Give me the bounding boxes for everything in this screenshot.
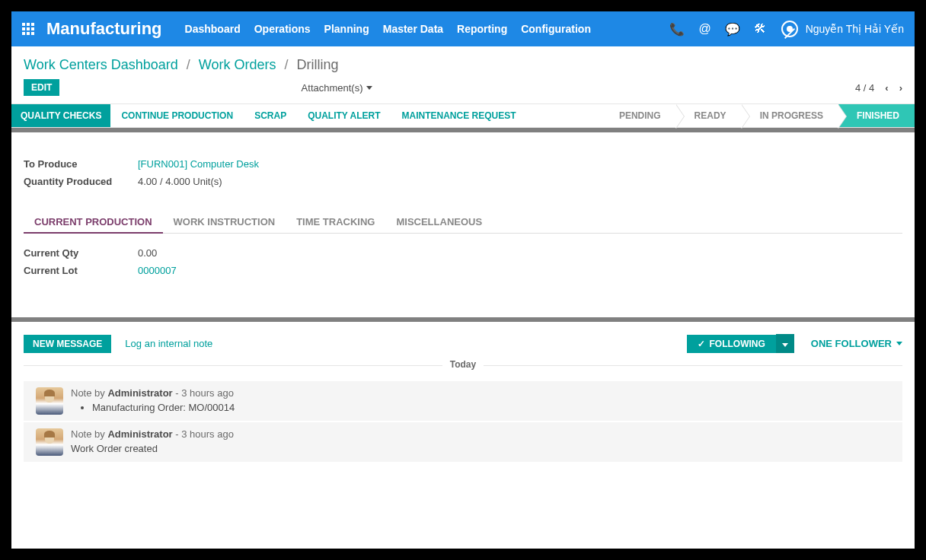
msg-time: - 3 hours ago (173, 428, 234, 440)
avatar-icon (36, 428, 63, 456)
status-finished[interactable]: FINISHED (838, 104, 915, 127)
chat-message: Note by Administrator - 3 hours ago Work… (24, 422, 902, 462)
status-pending[interactable]: PENDING (601, 104, 676, 127)
chatter: NEW MESSAGE Log an internal note ✓ FOLLO… (11, 322, 915, 463)
user-menu[interactable]: Nguyễn Thị Hải Yến (781, 21, 904, 37)
chat-message: Note by Administrator - 3 hours ago Manu… (24, 381, 902, 421)
at-icon[interactable]: @ (698, 22, 710, 36)
caret-down-icon (782, 343, 788, 347)
to-produce-value[interactable]: [FURN001] Computer Desk (138, 158, 259, 170)
quality-alert-button[interactable]: QUALITY ALERT (297, 104, 391, 127)
tools-icon[interactable]: 🛠 (754, 22, 766, 36)
tab-work-instruction[interactable]: WORK INSTRUCTION (163, 212, 286, 233)
new-message-button[interactable]: NEW MESSAGE (24, 335, 111, 353)
main-menu: Dashboard Operations Planning Master Dat… (185, 23, 591, 35)
chat-icon[interactable]: 💬 (725, 22, 740, 37)
breadcrumb-workorders[interactable]: Work Orders (199, 57, 276, 72)
current-lot-value[interactable]: 0000007 (138, 265, 177, 276)
apps-grid-icon[interactable] (22, 23, 34, 35)
avatar-icon (36, 387, 63, 415)
status-chain: PENDING READY IN PROGRESS FINISHED (601, 104, 915, 127)
quality-checks-button[interactable]: QUALITY CHECKS (11, 104, 110, 127)
to-produce-label: To Produce (24, 158, 138, 170)
caret-down-icon (366, 86, 372, 90)
current-qty-label: Current Qty (24, 247, 138, 259)
msg-line: Manufacturing Order: MO/00014 (92, 402, 890, 413)
pager: 4 / 4 ‹ › (855, 82, 902, 94)
user-name-label: Nguyễn Thị Hải Yến (806, 23, 904, 35)
caret-down-icon (896, 342, 902, 345)
following-label: FOLLOWING (710, 339, 765, 349)
menu-dashboard[interactable]: Dashboard (185, 23, 241, 35)
following-button[interactable]: ✓ FOLLOWING (687, 335, 776, 353)
following-caret[interactable] (776, 334, 794, 353)
breadcrumb-sep: / (285, 57, 289, 72)
pager-prev-icon[interactable]: ‹ (885, 82, 888, 94)
breadcrumb: Work Centers Dashboard / Work Orders / D… (11, 46, 915, 76)
menu-configuration[interactable]: Configuration (521, 23, 591, 35)
phone-icon[interactable]: 📞 (669, 22, 685, 37)
menu-master-data[interactable]: Master Data (383, 23, 443, 35)
menu-operations[interactable]: Operations (254, 23, 311, 35)
maintenance-request-button[interactable]: MAINTENANCE REQUEST (391, 104, 526, 127)
scrap-button[interactable]: SCRAP (244, 104, 297, 127)
breadcrumb-workcenters[interactable]: Work Centers Dashboard (24, 57, 178, 72)
followers-label: ONE FOLLOWER (811, 338, 892, 349)
detail-tabs: CURRENT PRODUCTION WORK INSTRUCTION TIME… (24, 212, 902, 234)
menu-planning[interactable]: Planning (324, 23, 369, 35)
msg-author: Administrator (107, 428, 172, 440)
brand-title: Manufacturing (46, 19, 162, 39)
msg-prefix: Note by (71, 428, 107, 440)
tab-content: Current Qty 0.00 Current Lot 0000007 (24, 234, 902, 310)
qty-produced-label: Quantity Produced (24, 176, 138, 187)
tab-time-tracking[interactable]: TIME TRACKING (286, 212, 385, 233)
attachments-dropdown[interactable]: Attachment(s) (302, 82, 372, 94)
msg-time: - 3 hours ago (173, 387, 234, 399)
chat-date-label: Today (442, 359, 484, 370)
current-qty-value: 0.00 (138, 247, 157, 259)
breadcrumb-current: Drilling (297, 57, 339, 72)
continue-production-button[interactable]: CONTINUE PRODUCTION (110, 104, 244, 127)
tab-miscellaneous[interactable]: MISCELLANEOUS (385, 212, 493, 233)
chat-date-divider: Today (24, 365, 902, 381)
current-lot-label: Current Lot (24, 265, 138, 276)
status-inprogress[interactable]: IN PROGRESS (742, 104, 838, 127)
followers-link[interactable]: ONE FOLLOWER (811, 338, 902, 349)
pager-count: 4 / 4 (855, 82, 874, 94)
top-navbar: Manufacturing Dashboard Operations Plann… (11, 11, 915, 46)
log-note-link[interactable]: Log an internal note (125, 338, 212, 349)
msg-line: Work Order created (71, 443, 890, 454)
edit-button[interactable]: EDIT (24, 79, 59, 96)
msg-author: Administrator (107, 387, 172, 399)
action-bar: QUALITY CHECKS CONTINUE PRODUCTION SCRAP… (11, 103, 915, 128)
attachments-label: Attachment(s) (302, 82, 363, 94)
status-ready[interactable]: READY (676, 104, 742, 127)
toolbar: EDIT Attachment(s) 4 / 4 ‹ › (11, 76, 915, 103)
menu-reporting[interactable]: Reporting (457, 23, 507, 35)
check-icon: ✓ (698, 339, 705, 349)
breadcrumb-sep: / (187, 57, 190, 72)
user-avatar-icon (781, 21, 798, 37)
top-icons: 📞 @ 💬 🛠 (669, 22, 765, 37)
qty-produced-value: 4.00 / 4.000 Unit(s) (138, 176, 222, 187)
pager-next-icon[interactable]: › (899, 82, 902, 94)
tab-current-production[interactable]: CURRENT PRODUCTION (24, 212, 163, 234)
form-body: To Produce [FURN001] Computer Desk Quant… (11, 132, 915, 317)
msg-prefix: Note by (71, 387, 107, 399)
